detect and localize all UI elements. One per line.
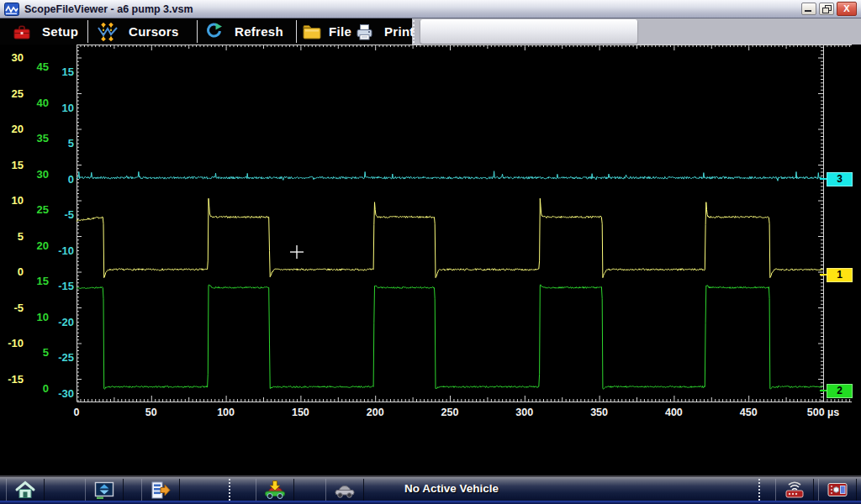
x-axis-label: 400 [647, 407, 700, 418]
vehicle-arrow-icon [263, 480, 287, 500]
toolbar-button-group: Setup Cursors [0, 18, 412, 45]
toolbar: Setup Cursors [0, 18, 861, 45]
module-icon [826, 480, 849, 500]
toolbar-grip[interactable] [413, 20, 418, 43]
y-axis-label-ch3: 15 [40, 66, 74, 79]
home-button[interactable] [6, 479, 45, 501]
x-axis-label: 350 [573, 407, 626, 418]
records-button[interactable] [141, 479, 180, 501]
close-button[interactable]: X [837, 2, 857, 16]
minimize-button[interactable] [801, 3, 816, 15]
data-exchange-button[interactable] [85, 479, 124, 501]
waveform-plot[interactable] [0, 45, 861, 424]
refresh-icon [204, 22, 224, 42]
printer-icon [354, 22, 374, 42]
cursors-button[interactable]: Cursors [88, 18, 197, 45]
file-button[interactable]: File [297, 18, 352, 45]
list-arrow-icon [150, 480, 172, 500]
y-axis-label-ch3: -20 [40, 316, 74, 329]
window-controls: X [801, 2, 857, 16]
window-title: ScopeFileViewer - a6 pump 3.vsm [24, 3, 801, 15]
file-label: File [329, 24, 351, 39]
print-button[interactable]: Print [352, 18, 412, 45]
x-axis-label: 150 [273, 407, 327, 418]
restore-button[interactable] [819, 3, 834, 15]
trace-channel-3 [77, 171, 823, 181]
y-axis-label-ch3: 0 [40, 173, 74, 186]
screen-arrows-icon [93, 480, 115, 500]
title-bar: ScopeFileViewer - a6 pump 3.vsm X [0, 0, 861, 18]
channel-flag-3[interactable]: 3 [827, 172, 853, 186]
channel-flag-tick [820, 274, 827, 276]
y-axis-label-ch3: 10 [40, 102, 74, 115]
x-axis-label: 300 [498, 407, 552, 418]
x-axis-label: 0 [50, 407, 103, 418]
x-axis-label: 450 [721, 407, 775, 418]
playback-control-bar: 00:00:092 [0, 424, 861, 475]
cursors-label: Cursors [129, 24, 179, 39]
home-icon [14, 480, 36, 500]
channel-flag-tick [820, 178, 827, 180]
x-axis-label: 100 [199, 407, 253, 418]
toolbox-icon [12, 22, 32, 42]
y-axis-label-ch3: -30 [40, 387, 74, 401]
app-icon [4, 3, 19, 16]
x-axis-label: 500 µs [796, 407, 850, 418]
car-icon [333, 480, 357, 500]
vehicle-button[interactable] [325, 479, 364, 501]
vehicle-connect-button[interactable] [256, 479, 294, 501]
scope-module-button[interactable] [818, 479, 857, 501]
y-axis-label-ch3: -25 [40, 351, 74, 365]
cursors-icon [97, 22, 119, 42]
wireless-scope-button[interactable] [775, 479, 814, 501]
refresh-button[interactable]: Refresh [198, 18, 296, 45]
scope-file-viewer-window: ScopeFileViewer - a6 pump 3.vsm X Setup [0, 0, 861, 504]
taskbar-separator [229, 479, 230, 501]
folder-icon [302, 22, 322, 42]
trace-channel-1 [77, 198, 823, 277]
channel-flag-1[interactable]: 1 [827, 268, 853, 282]
y-axis-label-ch3: -15 [40, 280, 74, 293]
toolbar-empty-band [420, 19, 637, 44]
setup-button[interactable]: Setup [0, 18, 87, 45]
x-axis-label: 250 [423, 407, 477, 418]
x-axis-label: 200 [348, 407, 402, 418]
taskbar-separator [758, 479, 760, 501]
setup-label: Setup [42, 24, 78, 39]
channel-flag-tick [820, 390, 827, 391]
oscilloscope-display: 302520151050-5-10-1545403530252015105015… [0, 45, 861, 424]
bottom-edge-strip [0, 501, 861, 504]
refresh-label: Refresh [235, 24, 283, 39]
y-axis-label-ch3: -5 [40, 208, 74, 222]
x-axis-label: 50 [124, 407, 178, 418]
y-axis-label-ch3: 5 [40, 137, 74, 150]
vehicle-status-label: No Active Vehicle [367, 482, 536, 495]
channel-flag-2[interactable]: 2 [827, 384, 853, 398]
print-label: Print [384, 24, 415, 39]
wireless-device-icon [783, 480, 806, 500]
trace-channel-2 [77, 285, 823, 389]
taskbar: No Active Vehicle [0, 475, 861, 501]
y-axis-label-ch3: -10 [40, 244, 74, 258]
